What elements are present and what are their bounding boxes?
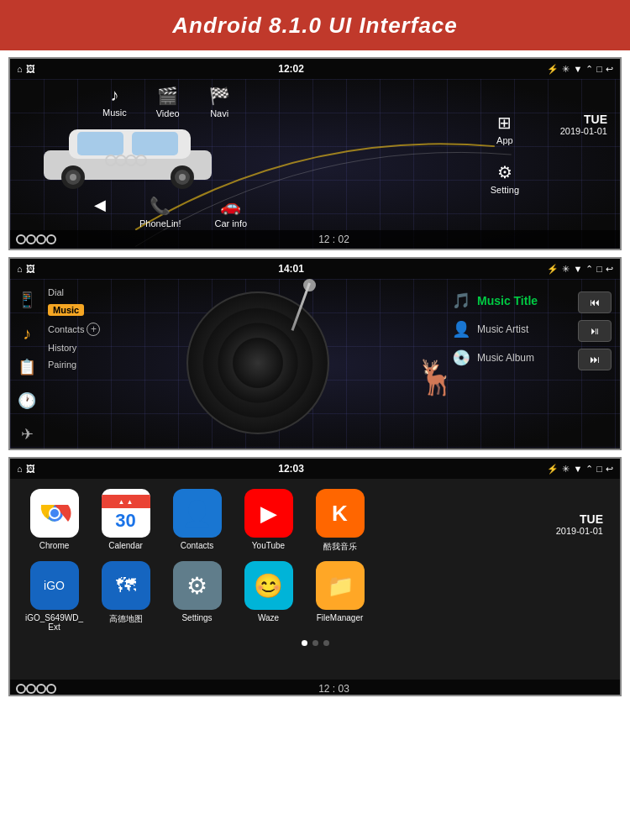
files-label: FileManager (317, 613, 364, 622)
folder-icon: 📁 (327, 573, 354, 599)
dot-1[interactable] (302, 640, 307, 646)
back-icon[interactable]: ↩ (606, 64, 613, 75)
bt-icon-3: ✳ (562, 464, 570, 475)
window-icon-3[interactable]: □ (596, 464, 602, 474)
app-gaode[interactable]: 🗺 高德地图 (94, 561, 157, 632)
menu-app[interactable]: ⊞ App (491, 113, 519, 145)
menu-setting[interactable]: ⚙ Setting (491, 162, 519, 195)
next-btn[interactable]: ⏭ (578, 349, 612, 370)
back-icon-2[interactable]: ↩ (606, 264, 613, 275)
waze-emoji: 😊 (254, 572, 283, 600)
menu-carinfo[interactable]: 🚗 Car info (215, 196, 248, 228)
ring3 (36, 234, 46, 244)
car-icon: 🚗 (220, 196, 241, 216)
dial-icon[interactable]: 📱 (14, 287, 39, 312)
back-icon-3[interactable]: ↩ (606, 464, 613, 475)
igo-icon-wrapper: iGO (30, 561, 79, 610)
status-time-2: 14:01 (278, 263, 304, 275)
chevron-up-icon[interactable]: ⌃ (585, 64, 593, 75)
music-title-icon: 🎵 (452, 291, 470, 310)
status-right-2: ⚡ ✳ ▼ ⌃ □ ↩ (547, 264, 613, 275)
app-icon: ⊞ (497, 113, 512, 133)
calendar-icon-wrapper: ▲ ▲ 30 (102, 489, 150, 538)
settings-icon: ⚙ (497, 162, 512, 182)
calendar-label: Calendar (108, 541, 143, 550)
home-icon-2[interactable]: ⌂ (17, 264, 23, 274)
prev-btn[interactable]: ⏮ (578, 291, 612, 313)
menu-history[interactable]: History (48, 343, 100, 353)
menu-contacts[interactable]: Contacts + (48, 323, 100, 336)
app-music-k[interactable]: K 酷我音乐 (308, 489, 371, 553)
app-youtube[interactable]: ▶ YouTube (237, 489, 300, 553)
menu-phone[interactable]: 📞 PhoneLin! (139, 196, 181, 228)
back-btn[interactable]: ◀ (94, 196, 106, 228)
music-title-row: 🎵 Music Title (452, 291, 570, 310)
status-right-1: ⚡ ✳ ▼ ⌃ □ ↩ (547, 64, 613, 75)
history-icon[interactable]: 🕐 (14, 388, 39, 413)
menu-music[interactable]: ♪ Music (102, 86, 127, 118)
ring4 (46, 234, 56, 244)
music-badge: Music (48, 304, 84, 316)
bottom-menu: ◀ 📞 PhoneLin! 🚗 Car info (94, 196, 247, 228)
gaode-icon-wrapper: 🗺 (102, 561, 150, 610)
app-contacts[interactable]: 👤 Contacts (165, 489, 228, 553)
contacts-label-3: Contacts (181, 541, 213, 550)
music-album-icon: 💿 (452, 349, 470, 367)
cal-day: 30 (115, 508, 135, 532)
navi-icon: 🏁 (209, 86, 230, 106)
status-time-3: 12:03 (278, 463, 304, 475)
ring2 (26, 234, 36, 244)
menu-dial[interactable]: Dial (48, 287, 100, 297)
menu-navi[interactable]: 🏁 Navi (209, 86, 230, 118)
dot-3[interactable] (323, 640, 329, 646)
image-icon-2: 🖼 (26, 264, 35, 274)
app-calendar[interactable]: ▲ ▲ 30 Calendar (94, 489, 157, 553)
signal-icon-3: ▼ (573, 464, 582, 474)
waze-icon-wrapper: 😊 (244, 561, 293, 610)
menu-music-active[interactable]: Music (48, 304, 100, 316)
chrome-icon-wrapper (30, 489, 79, 538)
contacts-icon[interactable]: 📋 (14, 354, 39, 380)
chevron-up-icon-2[interactable]: ⌃ (585, 264, 593, 275)
menu-video[interactable]: 🎬 Video (156, 86, 180, 118)
app-waze[interactable]: 😊 Waze (237, 561, 300, 632)
music-note-icon[interactable]: ♪ (14, 321, 39, 346)
clock-s1: 12 : 02 (318, 234, 349, 245)
window-icon[interactable]: □ (596, 64, 602, 74)
app-igo[interactable]: iGO iGO_S649WD_Ext (23, 561, 86, 632)
contacts-label: Contacts (48, 324, 84, 334)
app-chrome[interactable]: Chrome (23, 489, 86, 553)
menu-phone-label: PhoneLin! (139, 218, 181, 228)
bottom-bar-3: 12 : 03 (10, 680, 620, 696)
add-contact-btn[interactable]: + (87, 323, 100, 336)
k-icon: K (332, 501, 348, 527)
dot-2[interactable] (312, 640, 318, 646)
statusbar-1: ⌂ 🖼 12:02 ⚡ ✳ ▼ ⌃ □ ↩ (10, 59, 620, 79)
home-icon[interactable]: ⌂ (17, 64, 23, 74)
window-icon-2[interactable]: □ (596, 264, 602, 274)
chevron-up-icon-3[interactable]: ⌃ (585, 464, 593, 475)
igo-label: iGO_S649WD_Ext (23, 613, 86, 632)
gaode-label: 高德地图 (109, 613, 143, 625)
music-controls: ⏮ ⏯ ⏭ (578, 291, 612, 370)
top-menu: ♪ Music 🎬 Video 🏁 Navi (102, 86, 230, 118)
s2-sidebar: 📱 ♪ 📋 🕐 ✈ (14, 287, 39, 447)
chrome-svg (38, 496, 71, 530)
date-s1: 2019-01-01 (560, 126, 607, 136)
music-k-icon-wrapper: K (316, 489, 365, 538)
menu-video-label: Video (156, 108, 180, 118)
app-files[interactable]: 📁 FileManager (308, 561, 371, 632)
vinyl-record: 🦌 (186, 291, 329, 434)
menu-navi-label: Navi (210, 108, 228, 118)
ring1 (16, 234, 26, 244)
music-k-label: 酷我音乐 (323, 541, 357, 553)
play-pause-btn[interactable]: ⏯ (578, 320, 612, 342)
pairing-icon[interactable]: ✈ (14, 422, 39, 447)
audi-logo-3 (18, 684, 56, 694)
app-settings[interactable]: ⚙ Settings (165, 561, 228, 632)
music-title-text: Music Title (477, 294, 538, 307)
menu-pairing[interactable]: Pairing (48, 360, 100, 370)
home-icon-3[interactable]: ⌂ (17, 464, 23, 474)
bt-icon: ✳ (562, 64, 570, 75)
phone-icon: 📞 (150, 196, 171, 216)
